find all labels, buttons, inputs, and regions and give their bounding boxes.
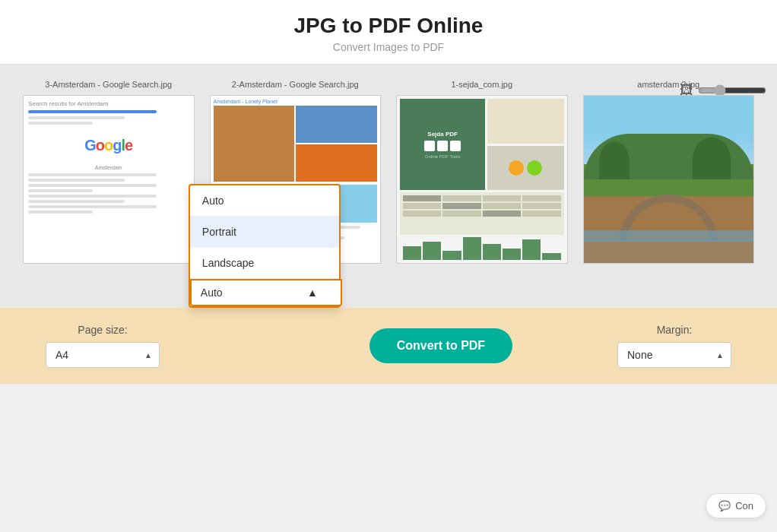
header: JPG to PDF Online Convert Images to PDF bbox=[0, 0, 777, 65]
convert-button[interactable]: Convert to PDF bbox=[369, 328, 512, 363]
page-title: JPG to PDF Online bbox=[0, 14, 777, 38]
margin-label: Margin: bbox=[657, 324, 693, 336]
margin-select[interactable]: None Small Medium Large bbox=[617, 342, 731, 368]
image-card: amsterdam 2.jpg bbox=[583, 80, 755, 264]
page-size-select[interactable]: A4 A3 Letter Legal bbox=[46, 342, 160, 368]
image-grid: 3-Amsterdam - Google Search.jpg Search r… bbox=[0, 65, 777, 308]
orientation-option-portrait[interactable]: Portrait bbox=[190, 217, 339, 248]
page-size-select-wrapper: A4 A3 Letter Legal ▲ bbox=[46, 342, 160, 368]
image-preview: Search results for Amsterdam Google Amst… bbox=[23, 95, 195, 264]
image-label: 3-Amsterdam - Google Search.jpg bbox=[23, 80, 195, 89]
orientation-current-value: Auto bbox=[201, 287, 223, 299]
page-size-label: Page size: bbox=[78, 324, 127, 336]
orientation-dropdown: Auto Portrait Landscape Auto ▲ bbox=[189, 184, 341, 308]
orientation-option-auto[interactable]: Auto bbox=[190, 185, 339, 217]
image-label: 2-Amsterdam - Google Search.jpg bbox=[210, 80, 382, 89]
orientation-option-landscape[interactable]: Landscape bbox=[190, 248, 339, 279]
margin-group: Margin: None Small Medium Large ▲ bbox=[617, 324, 731, 368]
convert-area: Convert to PDF bbox=[369, 328, 512, 363]
image-card: 1-sejda_com.jpg Sejda PDF Online PDF Too… bbox=[396, 80, 568, 264]
image-card: 3-Amsterdam - Google Search.jpg Search r… bbox=[23, 80, 195, 264]
margin-select-wrapper: None Small Medium Large ▲ bbox=[617, 342, 731, 368]
image-preview bbox=[583, 95, 755, 264]
chat-icon: 💬 bbox=[718, 500, 731, 511]
settings-bar: Page size: A4 A3 Letter Legal ▲ Auto Por… bbox=[0, 308, 777, 384]
page-subtitle: Convert Images to PDF bbox=[0, 41, 777, 53]
image-preview: Sejda PDF Online PDF Tools bbox=[396, 95, 568, 264]
page-size-group: Page size: A4 A3 Letter Legal ▲ bbox=[46, 324, 160, 368]
contact-label: Con bbox=[735, 500, 753, 511]
chevron-up-icon: ▲ bbox=[307, 287, 318, 299]
orientation-select-box[interactable]: Auto ▲ bbox=[190, 279, 342, 306]
contact-button[interactable]: 💬 Con bbox=[706, 493, 766, 518]
image-label: 1-sejda_com.jpg bbox=[396, 80, 568, 89]
